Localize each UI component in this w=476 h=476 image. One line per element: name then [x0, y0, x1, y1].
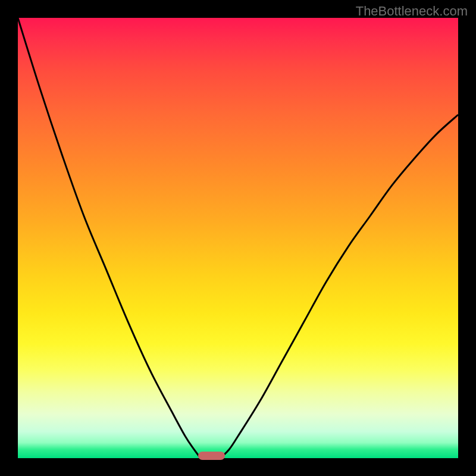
watermark-label: TheBottleneck.com — [356, 4, 468, 19]
plot-gradient-area — [18, 18, 458, 458]
curves-svg — [18, 18, 458, 458]
left-bottleneck-curve — [18, 18, 201, 458]
optimal-range-marker — [198, 452, 224, 460]
right-bottleneck-curve — [220, 115, 458, 458]
